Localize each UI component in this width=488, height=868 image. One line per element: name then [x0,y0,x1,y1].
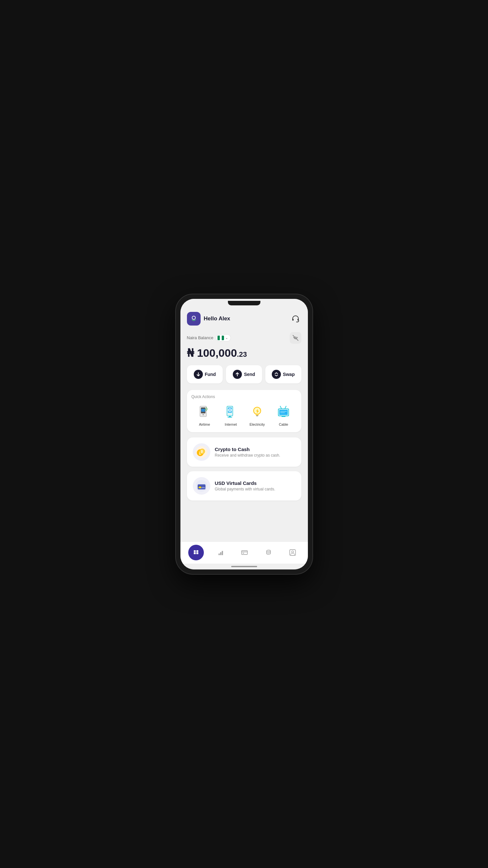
svg-rect-2 [297,319,299,321]
svg-point-35 [203,487,203,488]
crypto-cash-card[interactable]: ₿ ₿ Crypto to Cash Receive and withdraw … [187,437,301,467]
swap-label: Swap [283,372,295,377]
crypto-cash-title: Crypto to Cash [215,446,280,452]
nav-transactions[interactable] [214,546,228,560]
crypto-cash-desc: Receive and withdraw crypto as cash. [215,453,280,458]
svg-rect-14 [229,416,231,417]
support-icon[interactable] [290,313,301,324]
svg-point-0 [192,316,195,319]
svg-rect-46 [242,553,244,554]
header: Hello Alex [187,312,301,326]
send-label: Send [244,372,255,377]
quick-actions-card: Quick Actions [187,390,301,432]
cable-icon [275,404,292,421]
svg-rect-7 [201,409,205,412]
balance-label-row: Naira Balance ⌄ [187,332,301,344]
airtime-icon [196,404,213,421]
swap-icon [272,370,281,379]
svg-point-6 [202,414,204,415]
nav-savings[interactable] [261,546,276,560]
balance-decimal: .23 [237,350,247,359]
notch-bar [181,299,308,308]
balance-amount: ₦ 100,000.23 [187,346,301,359]
svg-rect-40 [196,550,198,552]
usd-virtual-text: USD Virtual Cards Global payments with v… [215,480,275,491]
svg-point-36 [204,487,204,488]
hide-balance-button[interactable] [290,332,301,344]
balance-label: Naira Balance ⌄ [187,334,231,341]
send-icon [233,370,242,379]
balance-label-text: Naira Balance [187,335,214,340]
usd-virtual-card[interactable]: USD Virtual Cards Global payments with v… [187,471,301,500]
header-left: Hello Alex [187,312,230,326]
currency-selector[interactable]: ⌄ [216,334,231,341]
nigeria-flag [218,336,224,340]
cable-label: Cable [279,423,288,426]
fund-button[interactable]: Fund [187,365,223,383]
svg-rect-17 [256,415,258,416]
home-indicator [181,564,308,569]
crypto-cash-text: Crypto to Cash Receive and withdraw cryp… [215,446,280,458]
quick-action-internet[interactable]: Internet [222,404,239,426]
airtime-label: Airtime [199,423,210,426]
internet-icon [222,404,239,421]
nav-home[interactable] [188,545,204,560]
svg-rect-42 [220,552,221,555]
usd-virtual-icon [193,477,210,495]
notch [228,301,260,305]
svg-rect-38 [196,552,198,554]
electricity-label: Electricity [249,423,265,426]
nav-cards[interactable] [237,546,252,560]
send-button[interactable]: Send [226,365,262,383]
svg-point-49 [292,551,294,553]
quick-action-cable[interactable]: Cable [275,404,292,426]
usd-virtual-title: USD Virtual Cards [215,480,275,486]
svg-rect-22 [282,416,286,417]
balance-section: Naira Balance ⌄ [187,332,301,359]
svg-rect-37 [194,552,196,554]
chevron-down-icon: ⌄ [225,336,228,340]
svg-rect-1 [292,319,294,321]
usd-virtual-desc: Global payments with virtual cards. [215,487,275,491]
crypto-cash-icon: ₿ ₿ [193,443,210,461]
svg-rect-41 [219,554,220,555]
phone-shell: Hello Alex Naira Balance [176,294,313,574]
internet-label: Internet [225,423,237,426]
swap-button[interactable]: Swap [265,365,301,383]
svg-point-47 [267,550,270,552]
svg-rect-44 [241,551,248,555]
action-buttons: Fund Send [187,365,301,383]
quick-actions-title: Quick Actions [192,395,297,399]
content-area: Hello Alex Naira Balance [181,308,308,541]
svg-rect-43 [222,551,223,555]
quick-action-electricity[interactable]: Electricity [249,404,266,426]
phone-screen: Hello Alex Naira Balance [181,299,308,569]
svg-point-34 [202,487,202,488]
quick-actions-grid: Airtime [192,404,297,426]
home-bar [231,566,257,567]
balance-main: ₦ 100,000 [187,347,237,359]
svg-text:₿: ₿ [201,450,202,453]
quick-action-airtime[interactable]: Airtime [196,404,213,426]
greeting-text: Hello Alex [204,315,230,322]
fund-label: Fund [205,372,216,377]
fund-icon [194,370,203,379]
electricity-icon [249,404,266,421]
svg-line-21 [285,406,286,409]
svg-rect-33 [199,487,201,488]
app-logo [187,312,201,326]
nav-profile[interactable] [286,546,300,560]
svg-line-20 [280,406,282,409]
bottom-nav [181,541,308,564]
svg-rect-15 [228,417,232,417]
svg-rect-19 [279,410,288,415]
svg-rect-39 [194,550,196,552]
